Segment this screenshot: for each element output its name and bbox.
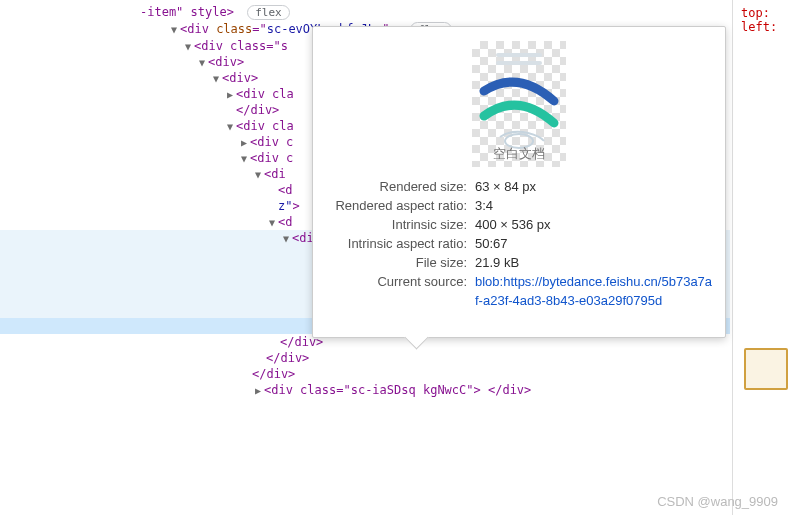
preview-caption: 空白文档 — [472, 145, 566, 163]
tooltip-rows: Rendered size:63 × 84 px Rendered aspect… — [313, 175, 725, 320]
image-preview: 空白文档 — [472, 41, 566, 167]
styles-pane[interactable]: top: left: — [732, 0, 788, 515]
css-prop[interactable]: left: — [741, 20, 780, 34]
css-prop[interactable]: top: — [741, 6, 780, 20]
svg-rect-0 — [496, 53, 542, 57]
element-preview-box — [744, 348, 788, 390]
dom-line[interactable]: </div> — [0, 366, 730, 382]
source-url-link[interactable]: blob:https://bytedance.feishu.cn/5b73a7a… — [475, 272, 713, 310]
dom-line[interactable]: -item" style> flex — [0, 4, 730, 21]
expander-icon[interactable]: ▼ — [168, 24, 180, 35]
dom-line[interactable]: </div> — [0, 350, 730, 366]
text-fragment: -item" style> — [140, 5, 234, 19]
image-info-tooltip: 空白文档 Rendered size:63 × 84 px Rendered a… — [312, 26, 726, 338]
watermark: CSDN @wang_9909 — [657, 494, 778, 509]
svg-rect-1 — [496, 61, 542, 65]
display-badge: flex — [247, 5, 290, 20]
dom-line[interactable]: ▶<div class="sc-iaSDsq kgNwcC"> </div> — [0, 382, 730, 398]
